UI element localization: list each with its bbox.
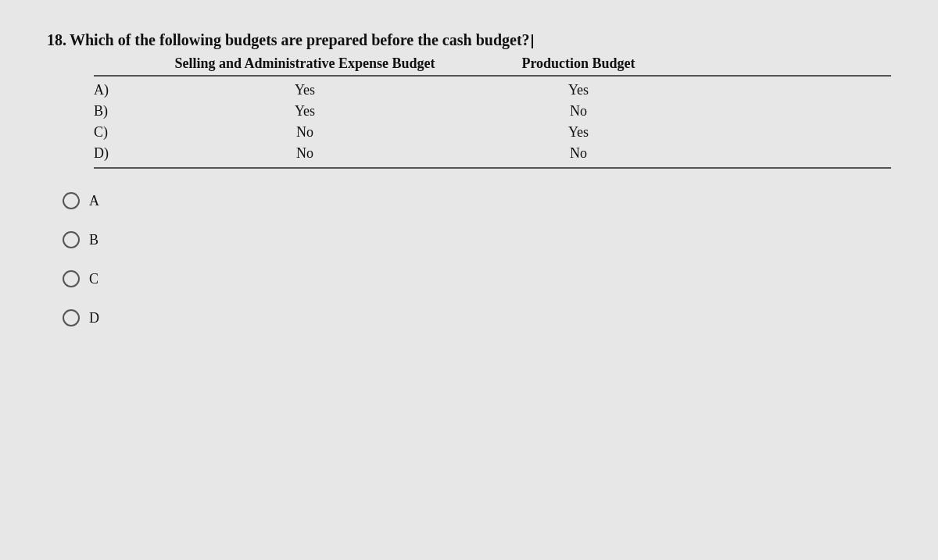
radio-label-d: D bbox=[89, 310, 99, 326]
table-row: D) No No bbox=[94, 143, 891, 164]
question-header: 18. Which of the following budgets are p… bbox=[47, 31, 891, 49]
row-c-production: Yes bbox=[469, 124, 688, 141]
radio-button-d[interactable] bbox=[63, 309, 80, 326]
col-selling-header: Selling and Administrative Expense Budge… bbox=[141, 55, 469, 72]
radio-option-b[interactable]: B bbox=[63, 231, 891, 248]
table-header-row: Selling and Administrative Expense Budge… bbox=[94, 55, 891, 72]
row-d-production: No bbox=[469, 145, 688, 162]
row-a-selling: Yes bbox=[141, 82, 469, 98]
radio-option-d[interactable]: D bbox=[63, 309, 891, 326]
row-d-selling: No bbox=[141, 145, 469, 162]
radio-options-group: A B C D bbox=[63, 192, 891, 326]
row-b-selling: Yes bbox=[141, 103, 469, 119]
radio-label-b: B bbox=[89, 232, 98, 248]
table-row: B) Yes No bbox=[94, 101, 891, 122]
row-d-letter: D) bbox=[94, 145, 141, 162]
radio-option-a[interactable]: A bbox=[63, 192, 891, 209]
question-text: Which of the following budgets are prepa… bbox=[70, 31, 533, 49]
radio-button-a[interactable] bbox=[63, 192, 80, 209]
row-c-letter: C) bbox=[94, 124, 141, 141]
row-a-production: Yes bbox=[469, 82, 688, 98]
radio-option-c[interactable]: C bbox=[63, 270, 891, 287]
table-row: A) Yes Yes bbox=[94, 80, 891, 101]
answer-table: A) Yes Yes B) Yes No C) No Yes D) No No bbox=[94, 75, 891, 169]
answer-table-section: Selling and Administrative Expense Budge… bbox=[94, 55, 891, 169]
radio-button-c[interactable] bbox=[63, 270, 80, 287]
question-number: 18. bbox=[47, 31, 66, 49]
radio-label-c: C bbox=[89, 271, 98, 287]
row-a-letter: A) bbox=[94, 82, 141, 98]
radio-button-b[interactable] bbox=[63, 231, 80, 248]
page-container: 18. Which of the following budgets are p… bbox=[0, 0, 938, 560]
col-production-header: Production Budget bbox=[469, 55, 688, 72]
table-row: C) No Yes bbox=[94, 122, 891, 143]
row-b-production: No bbox=[469, 103, 688, 119]
row-b-letter: B) bbox=[94, 103, 141, 119]
cursor bbox=[532, 34, 533, 48]
row-c-selling: No bbox=[141, 124, 469, 141]
radio-label-a: A bbox=[89, 193, 99, 209]
